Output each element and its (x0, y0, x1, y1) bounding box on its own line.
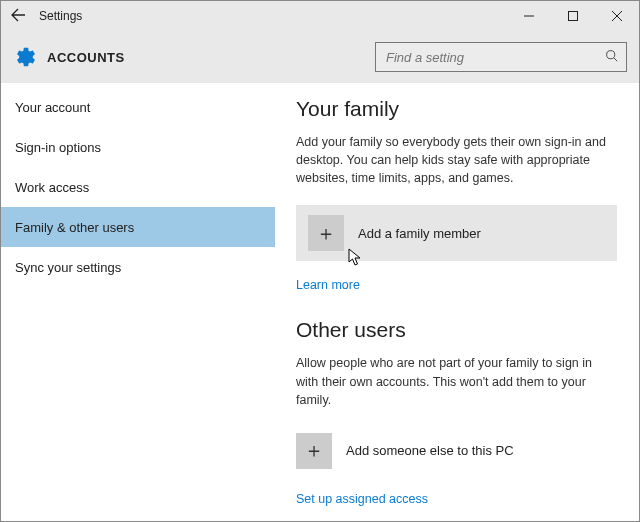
sidebar-item-sync-settings[interactable]: Sync your settings (1, 247, 275, 287)
family-section-title: Your family (296, 97, 617, 121)
gear-icon (15, 46, 37, 68)
plus-icon: ＋ (304, 437, 324, 464)
sidebar-item-label: Family & other users (15, 220, 134, 235)
add-other-user-button[interactable]: ＋ Add someone else to this PC (296, 427, 617, 475)
plus-icon: ＋ (316, 220, 336, 247)
family-section-description: Add your family so everybody gets their … (296, 133, 617, 187)
add-family-member-button[interactable]: ＋ Add a family member (296, 205, 617, 261)
sidebar-item-work-access[interactable]: Work access (1, 167, 275, 207)
sidebar-item-label: Your account (15, 100, 90, 115)
header: ACCOUNTS (1, 31, 639, 83)
assigned-access-link[interactable]: Set up assigned access (296, 492, 428, 506)
content-pane[interactable]: Your family Add your family so everybody… (276, 83, 639, 521)
back-arrow-icon (10, 7, 26, 23)
plus-icon-box: ＋ (308, 215, 344, 251)
minimize-button[interactable] (507, 1, 551, 31)
sidebar-item-your-account[interactable]: Your account (1, 87, 275, 127)
sidebar: Your account Sign-in options Work access… (1, 83, 276, 521)
close-button[interactable] (595, 1, 639, 31)
plus-icon-box: ＋ (296, 433, 332, 469)
sidebar-item-label: Work access (15, 180, 89, 195)
other-users-section-description: Allow people who are not part of your fa… (296, 354, 617, 408)
titlebar: Settings (1, 1, 639, 31)
maximize-button[interactable] (551, 1, 595, 31)
search-box[interactable] (375, 42, 627, 72)
back-button[interactable] (1, 7, 35, 26)
other-users-section-title: Other users (296, 318, 617, 342)
sidebar-item-label: Sync your settings (15, 260, 121, 275)
sidebar-item-family-other-users[interactable]: Family & other users (1, 207, 275, 247)
search-icon (605, 49, 618, 65)
maximize-icon (568, 11, 578, 21)
sidebar-item-label: Sign-in options (15, 140, 101, 155)
close-icon (612, 11, 622, 21)
svg-rect-0 (569, 12, 578, 21)
window-title: Settings (35, 9, 82, 23)
learn-more-link[interactable]: Learn more (296, 278, 360, 292)
minimize-icon (524, 11, 534, 21)
add-family-member-label: Add a family member (358, 226, 481, 241)
search-input[interactable] (386, 50, 605, 65)
svg-point-1 (607, 51, 615, 59)
page-title: ACCOUNTS (47, 50, 125, 65)
add-other-user-label: Add someone else to this PC (346, 443, 514, 458)
sidebar-item-sign-in-options[interactable]: Sign-in options (1, 127, 275, 167)
